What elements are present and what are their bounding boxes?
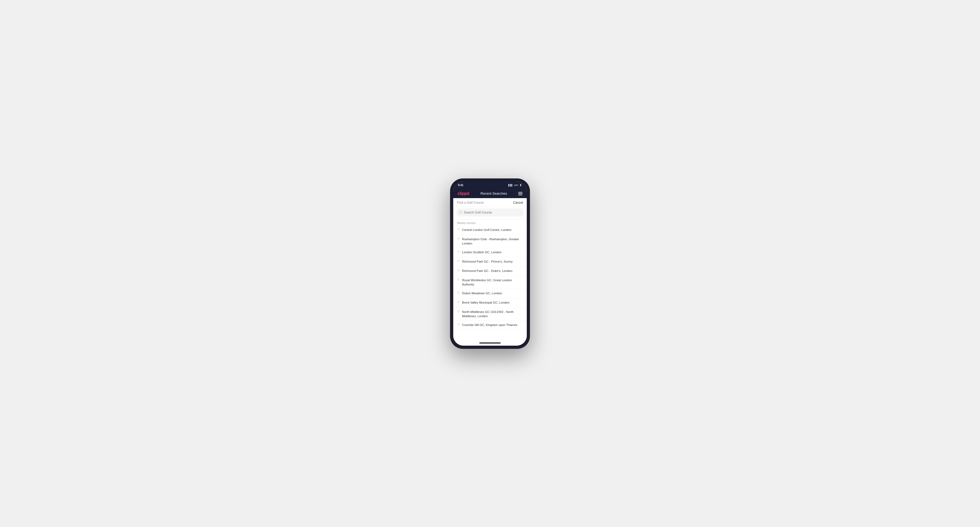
svg-line-1 [461, 213, 462, 213]
pin-icon-6 [457, 291, 460, 296]
find-label: Find a Golf Course [457, 201, 484, 205]
nav-title: Recent Searches [480, 192, 507, 195]
course-item-9[interactable]: Coombe Hill GC, Kingston upon Thames [453, 321, 527, 330]
svg-point-9 [458, 302, 458, 302]
status-time: 9:41 [458, 184, 463, 187]
menu-icon-line1 [518, 192, 522, 192]
svg-point-8 [458, 292, 458, 293]
status-bar: 9:41 ▌▌▌ WiFi 🔋 [453, 182, 527, 189]
home-bar [479, 343, 501, 343]
nearby-label: Nearby courses [453, 219, 527, 225]
course-name-8: North Middlesex GC (1011942 - North Midd… [462, 310, 523, 318]
svg-point-2 [458, 229, 458, 229]
battery-icon: 🔋 [519, 184, 522, 186]
course-item-4[interactable]: Richmond Park GC - Duke's, London [453, 267, 527, 276]
search-icon [459, 210, 462, 215]
pin-icon-5 [457, 278, 460, 283]
course-name-3: Richmond Park GC - Prince's, Surrey [462, 259, 513, 264]
search-input-wrapper[interactable] [457, 208, 523, 216]
pin-icon-3 [457, 260, 460, 264]
pin-icon-1 [457, 237, 460, 242]
course-item-1[interactable]: Roehampton Club - Roehampton, Greater Lo… [453, 235, 527, 248]
phone-screen: 9:41 ▌▌▌ WiFi 🔋 clippd Recent Searches F… [453, 182, 527, 346]
pin-icon-7 [457, 301, 460, 305]
status-icons: ▌▌▌ WiFi 🔋 [508, 184, 522, 186]
course-name-2: London Scottish GC, London [462, 250, 501, 254]
svg-point-10 [458, 311, 458, 311]
pin-icon-0 [457, 228, 460, 232]
svg-point-5 [458, 260, 458, 261]
course-item-0[interactable]: Central London Golf Centre, London [453, 225, 527, 235]
course-item-3[interactable]: Richmond Park GC - Prince's, Surrey [453, 257, 527, 267]
signal-icon: ▌▌▌ [508, 184, 513, 186]
course-name-7: Brent Valley Municipal GC, London [462, 300, 509, 305]
phone-frame: 9:41 ▌▌▌ WiFi 🔋 clippd Recent Searches F… [450, 178, 530, 349]
find-bar: Find a Golf Course Cancel [453, 198, 527, 207]
pin-icon-9 [457, 323, 460, 327]
nav-bar: clippd Recent Searches [453, 189, 527, 198]
search-input[interactable] [464, 211, 521, 214]
search-box [453, 207, 527, 219]
svg-point-3 [458, 238, 458, 239]
course-name-4: Richmond Park GC - Duke's, London [462, 269, 512, 273]
content-area: Find a Golf Course Cancel Nearby [453, 198, 527, 340]
course-name-5: Royal Wimbledon GC, Great London Authori… [462, 278, 523, 287]
menu-icon-line3 [518, 195, 522, 195]
svg-point-7 [458, 279, 458, 279]
svg-point-0 [460, 211, 462, 213]
home-indicator [453, 340, 527, 346]
course-item-6[interactable]: Dukes Meadows GC, London [453, 289, 527, 298]
wifi-icon: WiFi [514, 184, 518, 186]
course-name-0: Central London Golf Centre, London [462, 228, 511, 232]
svg-point-6 [458, 270, 458, 270]
pin-icon-8 [457, 310, 460, 314]
app-logo: clippd [458, 191, 469, 196]
svg-point-11 [458, 324, 458, 324]
course-item-2[interactable]: London Scottish GC, London [453, 248, 527, 257]
menu-icon-line2 [518, 193, 522, 194]
svg-point-4 [458, 251, 458, 252]
course-name-6: Dukes Meadows GC, London [462, 291, 502, 295]
course-name-1: Roehampton Club - Roehampton, Greater Lo… [462, 237, 523, 246]
course-name-9: Coombe Hill GC, Kingston upon Thames [462, 323, 517, 327]
pin-icon-4 [457, 269, 460, 273]
course-item-8[interactable]: North Middlesex GC (1011942 - North Midd… [453, 308, 527, 321]
menu-button[interactable] [518, 192, 522, 195]
nearby-courses-section: Nearby courses Central London Golf Centr… [453, 219, 527, 330]
course-item-5[interactable]: Royal Wimbledon GC, Great London Authori… [453, 276, 527, 289]
course-item-7[interactable]: Brent Valley Municipal GC, London [453, 298, 527, 308]
cancel-button[interactable]: Cancel [513, 201, 523, 205]
pin-icon-2 [457, 250, 460, 255]
